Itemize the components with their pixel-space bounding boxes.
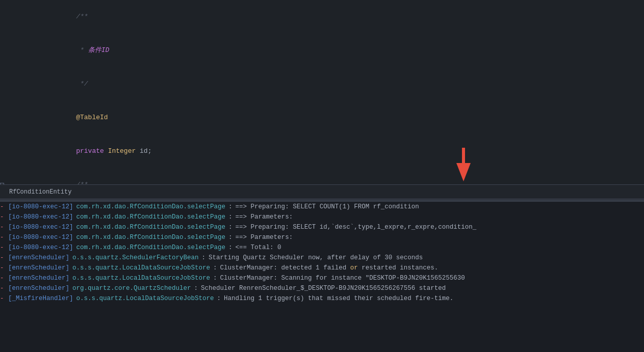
log-colon: : (228, 232, 233, 242)
log-colon: : (213, 273, 217, 283)
console-line: - [io-8080-exec-12] com.rh.xd.dao.RfCond… (0, 212, 644, 222)
code-line: private Integer id; (0, 134, 644, 168)
log-colon: : (194, 283, 198, 293)
code-line: */ (0, 67, 644, 101)
code-token: /** (60, 181, 88, 184)
log-class: com.rh.xd.dao.RfConditionDao.selectPage (76, 222, 226, 232)
log-colon: : (228, 202, 233, 212)
line-code: private Integer id; (15, 134, 644, 168)
console-line: - [io-8080-exec-12] com.rh.xd.dao.RfCond… (0, 222, 644, 232)
code-token: */ (60, 80, 88, 88)
line-code: * 条件ID (15, 34, 644, 67)
or-text: or (350, 264, 358, 272)
file-tab-bar: RfConditionEntity (0, 184, 644, 199)
line-code: */ (15, 67, 644, 101)
log-prefix: - (0, 202, 6, 212)
log-prefix: - (0, 222, 6, 232)
console-line: - [enrenScheduler] o.s.s.quartz.LocalDat… (0, 273, 644, 283)
log-colon: : (202, 253, 206, 263)
code-line: /** (0, 0, 644, 34)
code-token: * (60, 46, 88, 54)
log-prefix: - (0, 242, 6, 253)
console-line: - [io-8080-exec-12] com.rh.xd.dao.RfCond… (0, 242, 644, 253)
log-class: o.s.s.quartz.LocalDataSourceJobStore (76, 293, 214, 304)
console-line: - [enrenScheduler] org.quartz.core.Quart… (0, 283, 644, 293)
log-colon: : (228, 242, 233, 253)
log-thread: [enrenScheduler] (8, 273, 69, 283)
log-thread: [enrenScheduler] (8, 283, 69, 293)
log-prefix: - (0, 273, 6, 283)
log-thread: [io-8080-exec-12] (8, 212, 73, 222)
console-line: - [_MisfireHandler] o.s.s.quartz.LocalDa… (0, 293, 644, 304)
log-colon: : (213, 263, 217, 273)
code-token: private (60, 147, 108, 155)
log-thread: [io-8080-exec-12] (8, 222, 73, 232)
gutter-indicator (0, 134, 4, 168)
log-colon: : (228, 212, 233, 222)
fold-icon[interactable]: - (0, 183, 4, 184)
log-thread: [io-8080-exec-12] (8, 232, 73, 242)
log-message: ==> Preparing: SELECT id,`desc`,type,l_e… (236, 222, 477, 232)
console-line: - [enrenScheduler] o.s.s.quartz.Schedule… (0, 253, 644, 263)
console-line: - [io-8080-exec-12] com.rh.xd.dao.RfCond… (0, 232, 644, 242)
console-panel: - [io-8080-exec-12] com.rh.xd.dao.RfCond… (0, 202, 644, 352)
log-class: com.rh.xd.dao.RfConditionDao.selectPage (76, 232, 226, 242)
log-message: Handling 1 trigger(s) that missed their … (224, 293, 453, 304)
log-thread: [io-8080-exec-12] (8, 202, 73, 212)
separator (0, 200, 644, 201)
log-thread: [enrenScheduler] (8, 253, 69, 263)
log-message: Starting Quartz Scheduler now, after del… (209, 253, 423, 263)
line-gutter (0, 101, 15, 134)
log-class: o.s.s.quartz.LocalDataSourceJobStore (72, 263, 210, 273)
line-gutter: - (0, 168, 15, 184)
code-line: @TableId (0, 101, 644, 134)
log-message: ClusterManager: detected 1 failed or res… (220, 263, 439, 273)
code-editor: /** * 条件ID */ (0, 0, 644, 199)
log-thread: [io-8080-exec-12] (8, 242, 73, 253)
log-prefix: - (0, 212, 6, 222)
gutter-indicator (0, 67, 4, 101)
log-message: Scheduler RenrenScheduler_$_DESKTOP-B9JN… (201, 283, 446, 293)
gutter-indicator (0, 0, 4, 34)
log-prefix: - (0, 263, 6, 273)
log-colon: : (217, 293, 221, 304)
console-line: - [enrenScheduler] o.s.s.quartz.LocalDat… (0, 263, 644, 273)
log-message: ==> Parameters: (236, 232, 293, 242)
line-code: /** (15, 0, 644, 34)
console-line: - [io-8080-exec-12] com.rh.xd.dao.RfCond… (0, 202, 644, 212)
code-content: /** * 条件ID */ (0, 0, 644, 184)
log-class: com.rh.xd.dao.RfConditionDao.selectPage (76, 242, 226, 253)
log-prefix: - (0, 293, 6, 304)
code-token: Integer (108, 147, 140, 155)
log-thread: [_MisfireHandler] (8, 293, 73, 304)
log-class: org.quartz.core.QuartzScheduler (72, 283, 191, 293)
log-class: o.s.s.quartz.LocalDataSourceJobStore (72, 273, 210, 283)
gutter-indicator: - (0, 168, 4, 184)
line-gutter (0, 134, 15, 168)
log-class: o.s.s.quartz.SchedulerFactoryBean (72, 253, 199, 263)
log-message: ClusterManager: Scanning for instance "D… (220, 273, 465, 283)
line-gutter (0, 0, 15, 34)
log-prefix: - (0, 232, 6, 242)
code-line: - /** (0, 168, 644, 184)
log-prefix: - (0, 283, 6, 293)
line-code: @TableId (15, 101, 644, 134)
code-token: @TableId (60, 114, 108, 121)
log-class: com.rh.xd.dao.RfConditionDao.selectPage (76, 212, 226, 222)
log-message: ==> Parameters: (236, 212, 293, 222)
log-thread: [enrenScheduler] (8, 263, 69, 273)
gutter-indicator (0, 34, 4, 67)
line-gutter (0, 67, 15, 101)
log-message: <== Total: 0 (236, 242, 281, 253)
code-line: * 条件ID (0, 34, 644, 67)
code-token: /** (60, 13, 88, 20)
code-token: 条件ID (88, 46, 110, 54)
code-token: id; (140, 147, 151, 155)
log-prefix: - (0, 253, 6, 263)
log-class: com.rh.xd.dao.RfConditionDao.selectPage (76, 202, 226, 212)
log-colon: : (228, 222, 233, 232)
gutter-indicator (0, 101, 4, 134)
line-code: /** (15, 168, 644, 184)
code-lines: /** * 条件ID */ (0, 0, 644, 184)
file-tab[interactable]: RfConditionEntity (5, 188, 75, 196)
